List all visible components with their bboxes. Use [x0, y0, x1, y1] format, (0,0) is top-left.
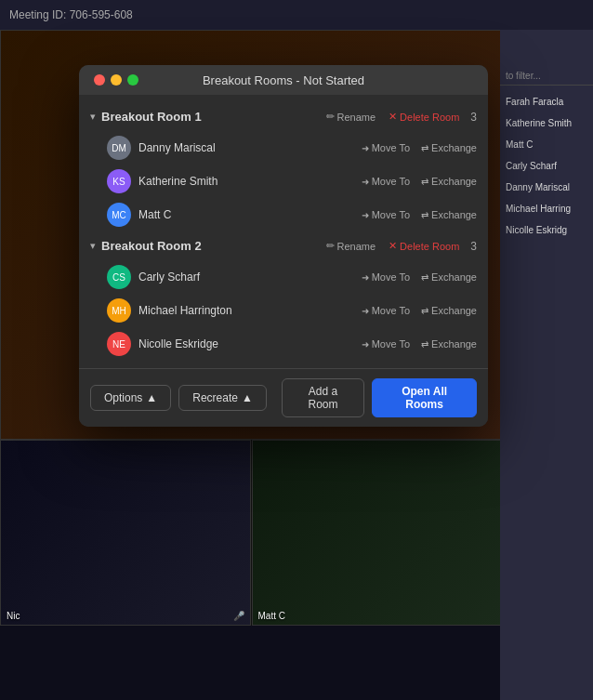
avatar-katherine: KS — [107, 169, 131, 193]
avatar-matt: MC — [107, 203, 131, 227]
recreate-button[interactable]: Recreate ▲ — [178, 385, 267, 411]
open-all-rooms-button[interactable]: Open All Rooms — [372, 378, 477, 417]
exchange-carly-button[interactable]: ⇄ Exchange — [421, 271, 477, 283]
participant-row-danny: DM Danny Mariscal ➜ Move To ⇄ Exchange — [79, 131, 488, 165]
minimize-button[interactable] — [111, 74, 122, 86]
exchange-matt-button[interactable]: ⇄ Exchange — [421, 209, 477, 220]
avatar-michael: MH — [107, 298, 131, 323]
exchange-danny-button[interactable]: ⇄ Exchange — [421, 142, 477, 153]
room1-delete-button[interactable]: ✕ Delete Room — [389, 111, 459, 123]
room1-chevron-icon: ▾ — [90, 111, 96, 123]
participant-name-michael: Michael Harrington — [138, 304, 354, 317]
move-arrow-icon-2: ➜ — [362, 177, 369, 187]
options-label: Options — [104, 391, 142, 404]
chevron-up-icon: ▲ — [146, 391, 157, 404]
open-all-label: Open All Rooms — [386, 385, 463, 411]
move-arrow-icon-4: ➜ — [362, 272, 369, 283]
room1-header: ▾ Breakout Room 1 ✏ Rename ✕ Delete Room… — [79, 102, 488, 131]
chevron-up-icon-2: ▲ — [242, 391, 253, 404]
move-to-michael-button[interactable]: ➜ Move To — [362, 305, 410, 316]
exchange-arrow-icon-6: ⇄ — [421, 339, 428, 350]
breakout-rooms-modal: Breakout Rooms - Not Started ▾ Breakout … — [79, 65, 488, 427]
modal-body: ▾ Breakout Room 1 ✏ Rename ✕ Delete Room… — [79, 95, 488, 368]
exchange-nicolle-button[interactable]: ⇄ Exchange — [421, 338, 477, 350]
room2-count: 3 — [470, 240, 477, 253]
participant-name-matt: Matt C — [138, 208, 354, 221]
participant-row-katherine: KS Katherine Smith ➜ Move To ⇄ Exchange — [79, 165, 488, 198]
x-icon: ✕ — [389, 111, 397, 123]
room2-header: ▾ Breakout Room 2 ✏ Rename ✕ Delete Room… — [79, 231, 488, 260]
exchange-arrow-icon-4: ⇄ — [421, 272, 428, 283]
move-arrow-icon-6: ➜ — [362, 339, 369, 350]
room2-rename-button[interactable]: ✏ Rename — [326, 240, 376, 252]
move-arrow-icon-5: ➜ — [362, 306, 369, 316]
room2-name: Breakout Room 2 — [101, 239, 321, 253]
modal-footer: Options ▲ Recreate ▲ Add a Room Open All… — [79, 368, 488, 427]
move-to-matt-button[interactable]: ➜ Move To — [362, 209, 410, 220]
move-to-katherine-button[interactable]: ➜ Move To — [362, 176, 410, 187]
recreate-label: Recreate — [192, 391, 238, 404]
close-button[interactable] — [94, 74, 105, 86]
participant-row-nicolle: NE Nicolle Eskridge ➜ Move To ⇄ Exchange — [79, 327, 488, 361]
room2-delete-button[interactable]: ✕ Delete Room — [389, 240, 459, 252]
maximize-button[interactable] — [127, 74, 138, 86]
exchange-katherine-button[interactable]: ⇄ Exchange — [421, 176, 477, 187]
options-button[interactable]: Options ▲ — [90, 385, 171, 411]
exchange-arrow-icon-2: ⇄ — [421, 177, 428, 187]
pencil-icon: ✏ — [326, 111, 335, 123]
exchange-michael-button[interactable]: ⇄ Exchange — [421, 305, 477, 316]
move-to-nicolle-button[interactable]: ➜ Move To — [362, 338, 410, 350]
avatar-carly: CS — [107, 265, 131, 289]
participant-name-danny: Danny Mariscal — [138, 141, 354, 154]
add-room-button[interactable]: Add a Room — [282, 378, 364, 417]
exchange-arrow-icon-3: ⇄ — [421, 210, 428, 220]
participant-row-matt: MC Matt C ➜ Move To ⇄ Exchange — [79, 198, 488, 231]
avatar-nicolle: NE — [107, 332, 131, 356]
participant-name-katherine: Katherine Smith — [138, 175, 354, 188]
move-to-carly-button[interactable]: ➜ Move To — [362, 271, 410, 283]
exchange-arrow-icon: ⇄ — [421, 143, 428, 153]
participant-name-carly: Carly Scharf — [138, 271, 354, 284]
x-icon-2: ✕ — [389, 240, 397, 252]
modal-title: Breakout Rooms - Not Started — [203, 73, 364, 87]
move-arrow-icon: ➜ — [362, 143, 369, 153]
exchange-arrow-icon-5: ⇄ — [421, 306, 428, 316]
modal-titlebar: Breakout Rooms - Not Started — [79, 65, 488, 95]
room1-count: 3 — [470, 111, 477, 124]
room1-rename-button[interactable]: ✏ Rename — [326, 111, 376, 123]
move-to-danny-button[interactable]: ➜ Move To — [362, 142, 410, 153]
avatar-danny: DM — [107, 136, 131, 160]
window-controls — [94, 74, 138, 86]
room2-chevron-icon: ▾ — [90, 240, 96, 252]
room1-name: Breakout Room 1 — [101, 110, 321, 124]
participant-name-nicolle: Nicolle Eskridge — [138, 337, 354, 350]
add-room-label: Add a Room — [296, 385, 350, 411]
modal-overlay: Breakout Rooms - Not Started ▾ Breakout … — [0, 0, 593, 700]
pencil-icon-2: ✏ — [326, 240, 335, 252]
participant-row-michael: MH Michael Harrington ➜ Move To ⇄ Exchan… — [79, 294, 488, 327]
move-arrow-icon-3: ➜ — [362, 210, 369, 220]
participant-row-carly: CS Carly Scharf ➜ Move To ⇄ Exchange — [79, 260, 488, 294]
